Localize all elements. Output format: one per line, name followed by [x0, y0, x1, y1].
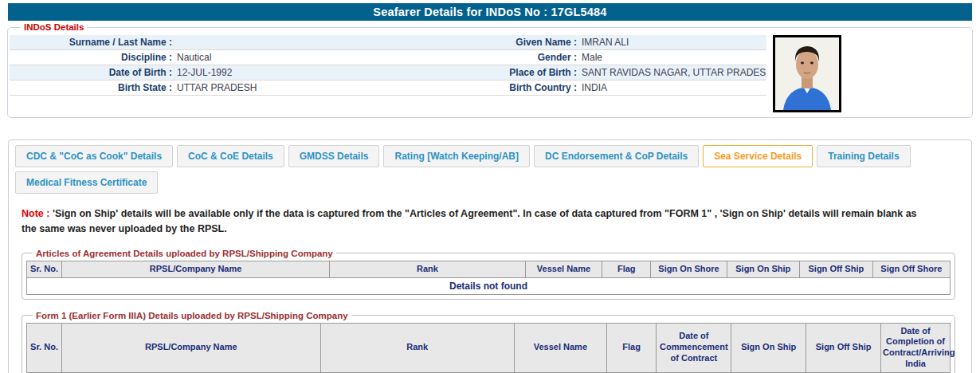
col-vessel-name: Vessel Name — [525, 261, 602, 277]
indos-row-name: Surname / Last Name : Given Name : IMRAN… — [10, 35, 766, 50]
place-of-birth-label: Place of Birth : — [462, 65, 582, 80]
form1-section: Form 1 (Earlier Form IIIA) Details uploa… — [22, 311, 955, 373]
given-name-value: IMRAN ALI — [582, 35, 766, 49]
gender-label: Gender : — [462, 50, 582, 65]
details-not-found-message: Details not found — [27, 277, 951, 294]
birth-country-value: INDIA — [582, 80, 766, 95]
indos-details-rows: Surname / Last Name : Given Name : IMRAN… — [10, 35, 766, 96]
indos-row-birth: Date of Birth : 12-JUL-1992 Place of Bir… — [10, 65, 766, 80]
col-sign-on-shore: Sign On Shore — [651, 261, 727, 277]
articles-of-agreement-table: Sr. No. RPSL/Company Name Rank Vessel Na… — [26, 261, 951, 295]
indos-row-state-country: Birth State : UTTAR PRADESH Birth Countr… — [10, 80, 766, 96]
birth-state-label: Birth State : — [10, 80, 177, 95]
sea-service-tab-panel: CDC & "CoC as Cook" Details CoC & CoE De… — [8, 139, 972, 373]
col-date-of-completion: Date of Completion of Contract/Arriving … — [881, 323, 951, 372]
surname-value — [177, 35, 462, 49]
tab-sea-service[interactable]: Sea Service Details — [703, 145, 813, 167]
col-sign-off-ship: Sign Off Ship — [806, 323, 881, 372]
seafarer-photo — [773, 35, 841, 112]
articles-header-row: Sr. No. RPSL/Company Name Rank Vessel Na… — [27, 261, 951, 277]
col-date-of-commencement: Date of Commencement of Contract — [657, 323, 731, 372]
form1-legend: Form 1 (Earlier Form IIIA) Details uploa… — [33, 311, 351, 320]
tab-strip: CDC & "CoC as Cook" Details CoC & CoE De… — [15, 145, 965, 194]
articles-empty-row: Details not found — [27, 277, 951, 294]
place-of-birth-value: SANT RAVIDAS NAGAR, UTTAR PRADESH — [582, 65, 766, 80]
tab-dc-endorsement-cop[interactable]: DC Endorsement & CoP Details — [534, 145, 699, 167]
col-company-name: RPSL/Company Name — [62, 323, 321, 372]
note-text: 'Sign on Ship' details will be available… — [22, 208, 917, 234]
seafarer-details-page: Seafarer Details for INDoS No : 17GL5484… — [0, 0, 980, 373]
col-sign-on-ship: Sign On Ship — [731, 323, 806, 372]
indos-details-section: INDoS Details Surname / Last Name : Give… — [7, 22, 973, 118]
given-name-label: Given Name : — [462, 35, 582, 49]
birth-country-label: Birth Country : — [462, 80, 582, 95]
col-rank: Rank — [320, 323, 514, 372]
form1-table: Sr. No. RPSL/Company Name Rank Vessel Na… — [26, 323, 951, 373]
sign-on-ship-note: Note : 'Sign on Ship' details will be av… — [22, 206, 933, 238]
discipline-label: Discipline : — [10, 50, 177, 65]
col-vessel-name: Vessel Name — [514, 323, 606, 372]
date-of-birth-label: Date of Birth : — [10, 65, 177, 80]
date-of-birth-value: 12-JUL-1992 — [177, 65, 462, 80]
articles-of-agreement-section: Articles of Agreement Details uploaded b… — [22, 249, 955, 300]
col-sign-off-shore: Sign Off Shore — [872, 261, 950, 277]
tab-rating-watch-keeping[interactable]: Rating [Watch Keeping/AB] — [383, 145, 530, 167]
col-flag: Flag — [602, 261, 651, 277]
tab-medical-fitness[interactable]: Medical Fitness Certificate — [15, 171, 158, 194]
birth-state-value: UTTAR PRADESH — [177, 80, 462, 95]
indos-row-discipline-gender: Discipline : Nautical Gender : Male — [10, 50, 766, 65]
page-title: Seafarer Details for INDoS No : 17GL5484 — [8, 3, 972, 21]
col-sr-no: Sr. No. — [27, 261, 62, 277]
indos-details-legend: INDoS Details — [21, 22, 87, 32]
indos-details-body: Surname / Last Name : Given Name : IMRAN… — [10, 33, 967, 112]
col-sr-no: Sr. No. — [27, 323, 62, 372]
articles-of-agreement-legend: Articles of Agreement Details uploaded b… — [33, 249, 336, 258]
col-flag: Flag — [606, 323, 657, 372]
col-company-name: RPSL/Company Name — [62, 261, 330, 277]
tab-training[interactable]: Training Details — [817, 145, 910, 167]
form1-header-row: Sr. No. RPSL/Company Name Rank Vessel Na… — [27, 323, 951, 372]
col-sign-on-ship: Sign On Ship — [727, 261, 800, 277]
col-sign-off-ship: Sign Off Ship — [800, 261, 873, 277]
gender-value: Male — [582, 50, 766, 65]
discipline-value: Nautical — [177, 50, 462, 65]
note-prefix: Note : — [22, 208, 49, 219]
tab-gmdss[interactable]: GMDSS Details — [288, 145, 380, 167]
surname-label: Surname / Last Name : — [10, 35, 177, 49]
tab-coc-coe[interactable]: CoC & CoE Details — [177, 145, 284, 167]
col-rank: Rank — [330, 261, 526, 277]
tab-cdc-coc-as-cook[interactable]: CDC & "CoC as Cook" Details — [15, 145, 173, 167]
